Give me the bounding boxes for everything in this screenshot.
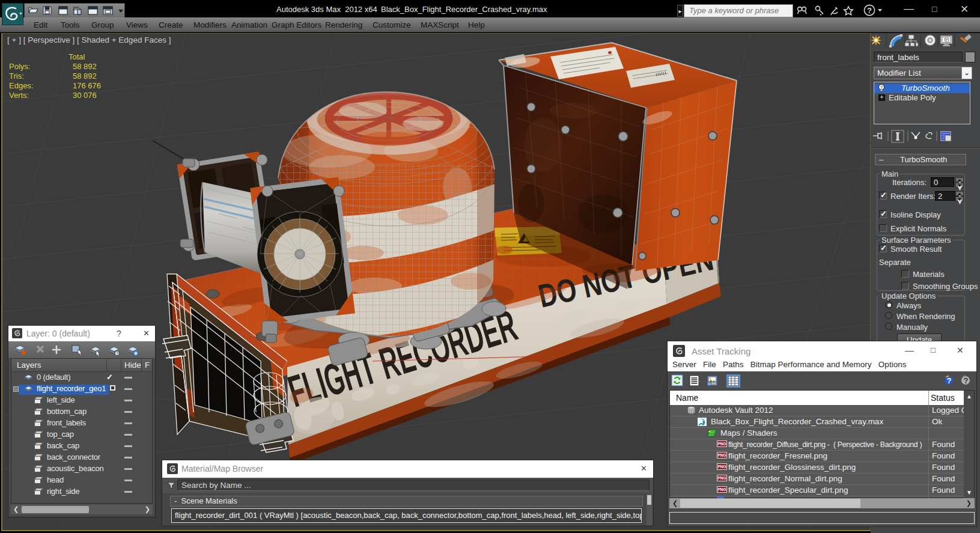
svg-text:?: ? [867, 6, 872, 15]
svg-text:?: ? [116, 351, 119, 356]
svg-text:?: ? [947, 376, 952, 385]
svg-text:?: ? [880, 85, 883, 90]
svg-text:x: x [541, 359, 545, 365]
svg-text:?: ? [964, 376, 969, 385]
